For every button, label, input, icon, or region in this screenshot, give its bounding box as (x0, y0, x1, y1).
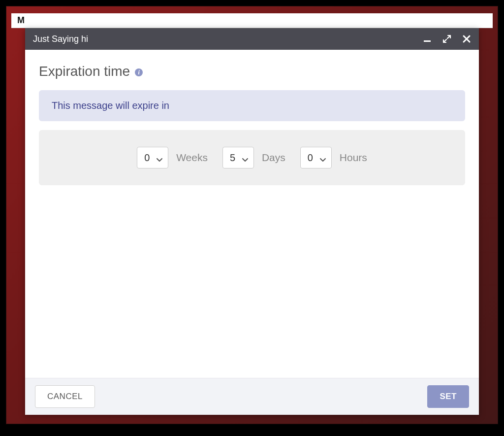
chevron-down-icon (156, 154, 163, 161)
chevron-down-icon (319, 154, 326, 161)
set-button[interactable]: SET (427, 385, 469, 408)
weeks-group: 0 Weeks (137, 147, 208, 168)
weeks-value: 0 (144, 152, 150, 164)
dialog-title: Just Saying hi (33, 34, 88, 44)
cancel-button[interactable]: CANCEL (35, 385, 95, 408)
bg-cell: M (17, 15, 165, 26)
chevron-down-icon (242, 154, 249, 161)
maximize-icon[interactable] (442, 34, 451, 43)
dialog-titlebar: Just Saying hi (25, 28, 479, 50)
svg-rect-0 (424, 40, 431, 42)
days-group: 5 Days (222, 147, 285, 168)
set-label: SET (440, 392, 457, 402)
hours-value: 0 (308, 152, 313, 164)
duration-picker: 0 Weeks 5 Days 0 (39, 130, 465, 185)
days-value: 5 (230, 152, 235, 164)
weeks-select[interactable]: 0 (137, 147, 168, 168)
hours-select[interactable]: 0 (300, 147, 332, 168)
close-icon[interactable] (462, 34, 471, 43)
days-select[interactable]: 5 (222, 147, 254, 168)
section-title: Expiration time i (39, 64, 465, 79)
minimize-icon[interactable] (423, 34, 432, 43)
banner-text: This message will expire in (52, 100, 169, 111)
weeks-label: Weeks (176, 152, 208, 164)
expiration-dialog: Just Saying hi Expiration time i This me… (25, 28, 479, 415)
days-label: Days (262, 152, 285, 164)
hours-label: Hours (340, 152, 367, 164)
info-icon[interactable]: i (135, 68, 143, 76)
section-title-text: Expiration time (39, 64, 130, 79)
dialog-content: Expiration time i This message will expi… (25, 50, 479, 378)
background-row: M (11, 13, 493, 28)
hours-group: 0 Hours (300, 147, 367, 168)
cancel-label: CANCEL (47, 392, 83, 402)
app-frame: M Just Saying hi Expiration time i (6, 6, 498, 424)
dialog-footer: CANCEL SET (25, 378, 479, 415)
window-controls (423, 34, 471, 43)
expire-banner: This message will expire in (39, 90, 465, 121)
